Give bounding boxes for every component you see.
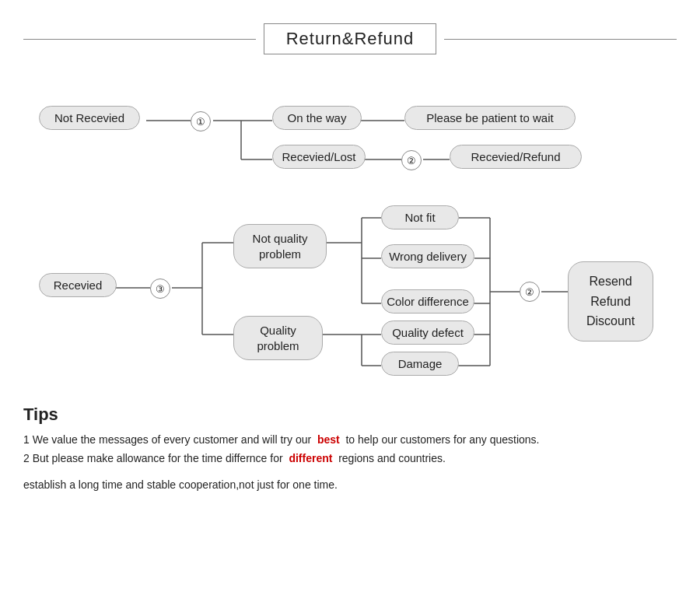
title-line-right <box>444 39 677 40</box>
node-not-quality-problem: Not quality problem <box>233 224 327 268</box>
badge-3: ③ <box>150 278 170 299</box>
tips-section: Tips 1 We value the messages of every cu… <box>23 405 677 494</box>
node-received-lost: Recevied/Lost <box>272 145 366 169</box>
page-title: Return&Refund <box>264 23 437 54</box>
node-quality-defect: Quality defect <box>381 321 474 345</box>
tips-line2-pre: 2 But please make allowance for the time… <box>23 452 283 464</box>
tips-line-2: 2 But please make allowance for the time… <box>23 450 677 468</box>
badge-1: ① <box>191 111 211 131</box>
tips-line1-post: to help our customers for any questions. <box>345 433 539 446</box>
title-row: Return&Refund <box>23 23 677 54</box>
top-diagram: Not Recevied ① On the way Please be pati… <box>23 78 677 179</box>
tips-text: 1 We value the messages of every custome… <box>23 431 677 494</box>
bottom-diagram: Recevied ③ Not quality problem Quality p… <box>23 202 677 381</box>
node-received-refund: Recevied/Refund <box>450 145 582 169</box>
tips-line-3: establish a long time and stable coopera… <box>23 476 677 495</box>
node-quality-problem: Quality problem <box>233 316 323 360</box>
tips-line1-pre: 1 We value the messages of every custome… <box>23 433 311 446</box>
node-received: Recevied <box>39 273 117 297</box>
badge-2-top: ② <box>401 150 422 170</box>
tips-line1-highlight: best <box>317 433 340 446</box>
node-not-received: Not Recevied <box>39 106 140 130</box>
tips-line-1: 1 We value the messages of every custome… <box>23 431 677 450</box>
tips-line2-highlight: different <box>289 452 332 464</box>
node-wrong-delivery: Wrong delivery <box>381 244 474 268</box>
node-color-difference: Color difference <box>381 289 474 314</box>
tips-line2-post: regions and countries. <box>338 452 446 464</box>
node-not-fit: Not fit <box>381 205 459 229</box>
node-on-the-way: On the way <box>272 106 362 130</box>
title-line-left <box>23 39 256 40</box>
node-resend-refund-discount: Resend Refund Discount <box>568 261 653 342</box>
badge-2-bottom: ② <box>520 282 540 302</box>
tips-title: Tips <box>23 405 677 425</box>
node-damage: Damage <box>381 352 459 376</box>
node-please-wait: Please be patient to wait <box>404 106 576 130</box>
